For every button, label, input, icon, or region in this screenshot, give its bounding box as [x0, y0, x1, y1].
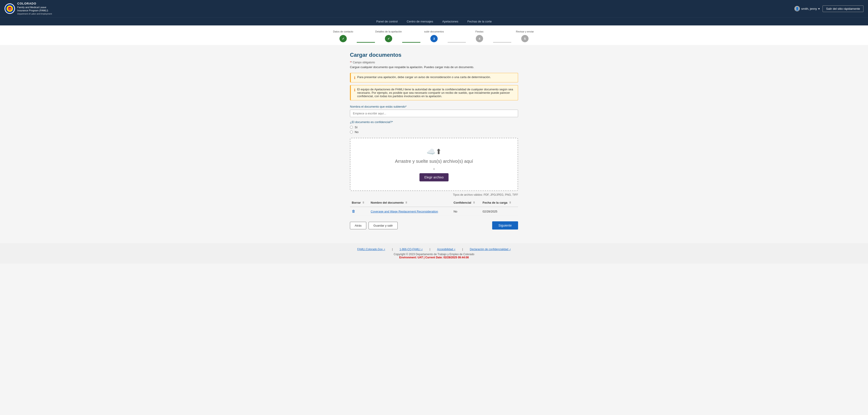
page-title: Cargar documentos — [350, 52, 518, 58]
next-button[interactable]: Siguiente — [492, 221, 518, 230]
step-4-label: Fiestas — [475, 30, 483, 33]
doc-name-label: Nombra el documento que estás subiendo* — [350, 105, 518, 108]
sort-date-icon[interactable]: ⠿ — [509, 201, 511, 204]
user-name-label: smith, jenny — [801, 7, 817, 10]
row-name-cell: Coverage and Wage Replacement Reconsider… — [369, 207, 452, 216]
footer-divider-1: | — [392, 248, 393, 251]
logo-line3: Department of Labor and Employment — [17, 13, 52, 15]
connector-2-3 — [402, 42, 421, 43]
or-text: o — [355, 167, 513, 171]
logo-area: CO COLORADO Family and Medical Leave Ins… — [4, 2, 52, 15]
col-date-header: Fecha de la carga ⠿ — [481, 199, 518, 207]
required-note-text: * Campo obligatorio — [351, 61, 375, 64]
radio-no-input[interactable] — [350, 131, 353, 134]
col-name-label: Nombre del documento — [371, 201, 404, 204]
col-delete-header: Borrar ⠿ — [350, 199, 369, 207]
footer-env: Environment: UAT | Current Date: 02/28/2… — [4, 256, 864, 259]
user-menu-button[interactable]: 👤 smith, jenny ▾ — [795, 6, 820, 11]
footer: FAMLI.Colorado.Gov | 1-866-CO-FAMLI | Ac… — [0, 243, 868, 264]
main-content: Cargar documentos ** Campo obligatorio C… — [345, 52, 523, 230]
footer-link-accessibility[interactable]: Accesibilidad — [437, 248, 456, 251]
choose-file-button[interactable]: Elegir archivo — [420, 173, 449, 181]
col-date-label: Fecha de la carga — [483, 201, 507, 204]
step-4-circle: 4 — [476, 35, 483, 42]
col-name-header: Nombre del documento ⠿ — [369, 199, 452, 207]
footer-link-website[interactable]: FAMLI.Colorado.Gov — [357, 248, 385, 251]
description-text: Cargue cualquier documento que respalde … — [350, 65, 518, 69]
footer-link-phone[interactable]: 1-866-CO-FAMLI — [399, 248, 423, 251]
radio-yes-input[interactable] — [350, 126, 353, 129]
info-icon-1: ℹ — [354, 76, 355, 80]
user-avatar-icon: 👤 — [795, 6, 800, 11]
info-box-1-text: Para presentar una apelación, debe carga… — [357, 75, 491, 79]
dropzone[interactable]: ☁️⬆ Arrastre y suelte sus(s) archivo(s) … — [350, 138, 518, 191]
sort-delete-icon[interactable]: ⠿ — [363, 201, 364, 204]
step-3: subir documentos 3 — [421, 30, 447, 42]
left-buttons: Atrás Guardar y salir — [350, 222, 398, 229]
step-5-circle: 5 — [521, 35, 529, 42]
radio-yes-option[interactable]: Sí — [350, 126, 518, 129]
step-1-label: Datos de contacto — [333, 30, 353, 33]
row-confidential-cell: No — [452, 207, 481, 216]
confidential-group: ¿El documento es confidencial?* Sí No — [350, 120, 518, 134]
exit-site-button[interactable]: Salir del sitio rápidamente — [823, 5, 864, 12]
sort-confidential-icon[interactable]: ⠿ — [473, 201, 475, 204]
delete-icon[interactable]: 🗑 — [352, 209, 355, 213]
button-row: Atrás Guardar y salir Siguiente — [350, 221, 518, 230]
radio-no-option[interactable]: No — [350, 130, 518, 134]
radio-no-label: No — [355, 130, 359, 134]
footer-divider-3: | — [462, 248, 463, 251]
connector-3-4 — [447, 42, 466, 43]
step-3-label: subir documentos — [424, 30, 444, 33]
info-box-1: ℹ Para presentar una apelación, debe car… — [350, 73, 518, 82]
confidential-label-text: ¿El documento es confidencial?* — [350, 120, 393, 124]
logo-state: COLORADO — [17, 2, 36, 5]
connector-4-5 — [493, 42, 511, 43]
logo-line2: Insurance Program (FAMLI) — [17, 9, 48, 12]
col-confidential-label: Confidencial — [454, 201, 471, 204]
confidential-label: ¿El documento es confidencial?* — [350, 120, 518, 124]
doc-name-link[interactable]: Coverage and Wage Replacement Reconsider… — [371, 210, 438, 213]
table-row: 🗑 Coverage and Wage Replacement Reconsid… — [350, 207, 518, 216]
footer-links: FAMLI.Colorado.Gov | 1-866-CO-FAMLI | Ac… — [4, 248, 864, 251]
nav-item-panel[interactable]: Panel de control — [376, 20, 398, 23]
header-right: 👤 smith, jenny ▾ Salir del sitio rápidam… — [795, 5, 864, 12]
connector-1-2 — [357, 42, 375, 43]
nav-item-appeals[interactable]: Apelaciones — [442, 20, 458, 23]
steps-row: Datos de contacto ✓ Detalles de la apela… — [330, 30, 538, 43]
step-1: Datos de contacto ✓ — [330, 30, 357, 42]
row-delete-cell: 🗑 — [350, 207, 369, 216]
col-confidential-header: Confidencial ⠿ — [452, 199, 481, 207]
step-2-circle: ✓ — [385, 35, 392, 42]
header: CO COLORADO Family and Medical Leave Ins… — [0, 0, 868, 17]
footer-link-privacy[interactable]: Declaración de confidencialidad — [470, 248, 510, 251]
file-types-note: Tipos de archivo válidos: PDF, JPG/JPEG,… — [350, 193, 518, 196]
save-exit-button[interactable]: Guardar y salir — [369, 222, 397, 229]
drop-text: Arrastre y suelte sus(s) archivo(s) aquí — [355, 159, 513, 164]
row-date-cell: 02/28/2025 — [481, 207, 518, 216]
step-3-circle: 3 — [430, 35, 438, 42]
svg-text:CO: CO — [8, 8, 11, 10]
col-delete-label: Borrar — [352, 201, 361, 204]
nav-item-dates[interactable]: Fechas de la corte — [467, 20, 492, 23]
step-2: Detalles de la apelación ✓ — [375, 30, 402, 42]
info-box-2-text: El equipo de Apelaciones de FAMLI tiene … — [357, 88, 515, 98]
documents-table: Borrar ⠿ Nombre del documento ⠿ Confiden… — [350, 199, 518, 216]
progress-bar: Datos de contacto ✓ Detalles de la apela… — [0, 26, 868, 45]
required-note: ** Campo obligatorio — [350, 61, 518, 64]
doc-name-input[interactable] — [350, 110, 518, 117]
info-icon-2: ℹ — [354, 88, 355, 92]
step-1-circle: ✓ — [339, 35, 347, 42]
step-5-label: Revisar y enviar — [516, 30, 534, 33]
chevron-down-icon: ▾ — [818, 7, 820, 10]
logo-text: COLORADO Family and Medical Leave Insura… — [17, 2, 52, 15]
step-4: Fiestas 4 — [466, 30, 493, 42]
sort-name-icon[interactable]: ⠿ — [405, 201, 407, 204]
nav-item-messages[interactable]: Centro de mensajes — [407, 20, 433, 23]
doc-name-label-text: Nombra el documento que estás subiendo* — [350, 105, 406, 108]
nav-bar: Panel de control Centro de mensajes Apel… — [0, 17, 868, 26]
step-5: Revisar y enviar 5 — [511, 30, 538, 42]
upload-cloud-icon: ☁️⬆ — [355, 147, 513, 156]
back-button[interactable]: Atrás — [350, 222, 366, 229]
co-logo: CO — [4, 3, 15, 14]
